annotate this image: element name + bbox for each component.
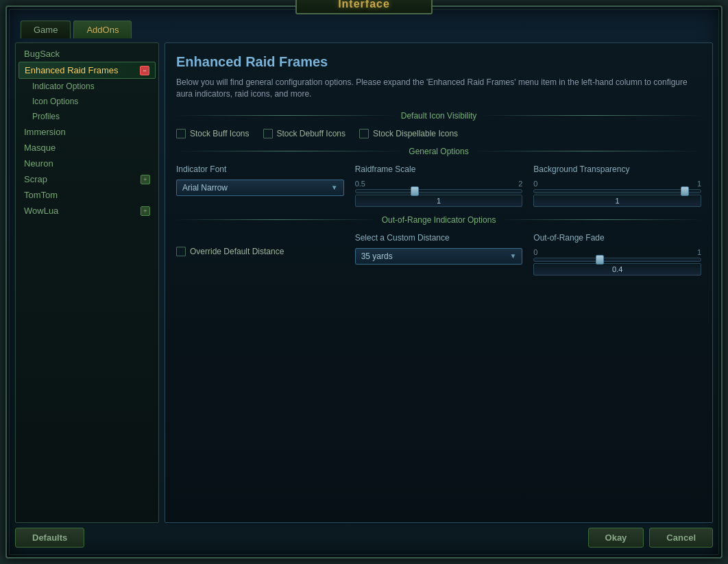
window-title: Interface — [338, 0, 390, 10]
defaults-button[interactable]: Defaults — [15, 528, 84, 548]
checkbox-stock-buff-box[interactable] — [176, 129, 186, 138]
oor-fade-slider-container: 0 1 0.4 — [533, 248, 701, 275]
custom-distance-control: Select a Custom Distance 35 yards ▼ — [355, 233, 523, 275]
oor-controls-grid: Override Default Distance Select a Custo… — [176, 233, 701, 275]
content-panel: Enhanced Raid Frames Below you will find… — [165, 42, 713, 523]
indicator-font-value: Arial Narrow — [182, 183, 228, 193]
divider-line-left — [176, 115, 396, 116]
divider-line-oor-right — [501, 219, 701, 220]
background-transparency-max: 1 — [697, 180, 701, 188]
section-label-oor: Out-of-Range Indicator Options — [382, 215, 496, 225]
indicator-font-control: Indicator Font Arial Narrow ▼ — [176, 164, 344, 207]
title-bar: Interface — [295, 0, 433, 14]
sidebar-item-indicator-options[interactable]: Indicator Options — [19, 79, 156, 94]
tab-game[interactable]: Game — [21, 21, 71, 38]
background-transparency-minmax: 0 1 — [533, 180, 701, 188]
override-distance-label: Override Default Distance — [190, 247, 284, 256]
custom-distance-arrow-icon: ▼ — [509, 252, 516, 260]
section-label-general: General Options — [409, 147, 468, 156]
checkbox-stock-debuff-label: Stock Debuff Icons — [277, 129, 346, 138]
tab-addons[interactable]: AddOns — [73, 21, 132, 38]
checkbox-stock-buff[interactable]: Stock Buff Icons — [176, 129, 250, 138]
raidframe-scale-minmax: 0.5 2 — [355, 180, 523, 188]
raidframe-scale-min: 0.5 — [355, 180, 365, 188]
custom-distance-value: 35 yards — [361, 252, 393, 261]
sidebar: BugSack Enhanced Raid Frames − Indicator… — [15, 42, 159, 523]
action-buttons: Okay Cancel — [588, 528, 713, 548]
background-transparency-value: 1 — [533, 195, 701, 207]
background-transparency-track[interactable] — [533, 189, 701, 193]
sidebar-item-scrap[interactable]: Scrap + — [19, 171, 156, 187]
indicator-font-label: Indicator Font — [176, 164, 344, 174]
background-transparency-slider-container: 0 1 1 — [533, 180, 701, 207]
oor-fade-track[interactable] — [533, 258, 701, 262]
checkbox-stock-buff-label: Stock Buff Icons — [190, 129, 250, 138]
raidframe-scale-value: 1 — [355, 195, 523, 207]
general-controls-grid: Indicator Font Arial Narrow ▼ Raidframe … — [176, 164, 701, 207]
background-transparency-thumb[interactable] — [681, 186, 689, 196]
oor-fade-minmax: 0 1 — [533, 248, 701, 256]
oor-fade-min: 0 — [533, 248, 537, 256]
sidebar-item-tomtom[interactable]: WowLua + — [19, 203, 156, 219]
section-divider-oor: Out-of-Range Indicator Options — [176, 215, 701, 225]
override-distance-box[interactable] — [176, 247, 186, 256]
sidebar-item-icon-options[interactable]: Icon Options — [19, 94, 156, 109]
override-distance-control: Override Default Distance — [176, 233, 344, 275]
collapse-button[interactable]: − — [140, 66, 149, 75]
expand-tomtom-button[interactable]: + — [141, 206, 150, 216]
cancel-button[interactable]: Cancel — [649, 528, 713, 548]
panel-title: Enhanced Raid Frames — [176, 54, 701, 70]
checkbox-stock-dispellable[interactable]: Stock Dispellable Icons — [359, 129, 458, 138]
checkbox-stock-dispellable-label: Stock Dispellable Icons — [373, 129, 458, 138]
oor-fade-thumb[interactable] — [596, 255, 604, 265]
okay-button[interactable]: Okay — [588, 528, 644, 548]
background-transparency-control: Background Transparency 0 1 1 — [533, 164, 701, 207]
sidebar-item-profiles[interactable]: Profiles — [19, 109, 156, 124]
sidebar-item-enhanced-raid-frames[interactable]: Enhanced Raid Frames − — [19, 62, 156, 79]
expand-scrap-button[interactable]: + — [141, 175, 150, 184]
checkbox-stock-debuff[interactable]: Stock Debuff Icons — [263, 129, 346, 138]
checkbox-stock-dispellable-box[interactable] — [359, 129, 369, 138]
background-transparency-min: 0 — [533, 180, 537, 188]
custom-distance-dropdown[interactable]: 35 yards ▼ — [355, 248, 523, 265]
divider-line-general-left — [176, 151, 403, 151]
bottom-bar: Defaults Okay Cancel — [15, 528, 713, 548]
raidframe-scale-max: 2 — [518, 180, 522, 188]
main-content: BugSack Enhanced Raid Frames − Indicator… — [15, 42, 713, 523]
main-window: Interface Game AddOns BugSack Enhanced R… — [5, 5, 723, 559]
divider-line-general-right — [474, 151, 701, 151]
panel-description: Below you will find general configuratio… — [176, 77, 701, 100]
oor-fade-value: 0.4 — [533, 263, 701, 275]
section-label-default-icon: Default Icon Visibility — [401, 111, 477, 121]
checkbox-stock-debuff-box[interactable] — [263, 129, 273, 138]
oor-fade-max: 1 — [697, 248, 701, 256]
raidframe-scale-slider-container: 0.5 2 1 — [355, 180, 523, 207]
checkbox-group-icons: Stock Buff Icons Stock Debuff Icons Stoc… — [176, 129, 701, 138]
sidebar-item-immersion[interactable]: Immersion — [19, 124, 156, 140]
override-distance-checkbox[interactable]: Override Default Distance — [176, 247, 344, 256]
raidframe-scale-control: Raidframe Scale 0.5 2 1 — [355, 164, 523, 207]
divider-line-right — [482, 115, 701, 116]
oor-fade-label: Out-of-Range Fade — [533, 233, 701, 243]
sidebar-item-bugsack[interactable]: BugSack — [19, 46, 156, 62]
raidframe-scale-label: Raidframe Scale — [355, 164, 523, 174]
tab-bar: Game AddOns — [21, 21, 132, 38]
sidebar-item-masque[interactable]: Masque — [19, 140, 156, 156]
background-transparency-label: Background Transparency — [533, 164, 701, 174]
custom-distance-label: Select a Custom Distance — [355, 233, 523, 243]
section-divider-default-icon: Default Icon Visibility — [176, 111, 701, 121]
indicator-font-dropdown[interactable]: Arial Narrow ▼ — [176, 180, 344, 196]
section-divider-general: General Options — [176, 147, 701, 156]
oor-fade-control: Out-of-Range Fade 0 1 0.4 — [533, 233, 701, 275]
sidebar-item-neuron[interactable]: Neuron — [19, 156, 156, 171]
raidframe-scale-thumb[interactable] — [411, 186, 419, 196]
dropdown-arrow-icon: ▼ — [331, 184, 338, 191]
sidebar-item-wowlua[interactable] — [19, 219, 156, 224]
divider-line-oor-left — [176, 219, 376, 220]
sidebar-item-skada[interactable]: TomTom — [19, 187, 156, 203]
raidframe-scale-track[interactable] — [355, 189, 523, 193]
